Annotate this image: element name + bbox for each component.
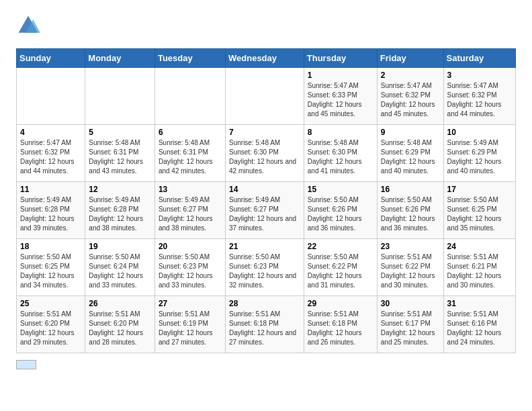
day-info: Sunrise: 5:49 AM Sunset: 6:28 PM Dayligh… [89, 195, 151, 233]
day-info: Sunrise: 5:50 AM Sunset: 6:23 PM Dayligh… [229, 253, 300, 290]
calendar-cell: 27Sunrise: 5:51 AM Sunset: 6:19 PM Dayli… [154, 296, 225, 353]
day-number: 2 [381, 71, 440, 80]
calendar-cell: 7Sunrise: 5:48 AM Sunset: 6:30 PM Daylig… [226, 125, 304, 182]
day-number: 7 [229, 128, 300, 137]
day-info: Sunrise: 5:49 AM Sunset: 6:28 PM Dayligh… [20, 195, 81, 233]
day-info: Sunrise: 5:50 AM Sunset: 6:26 PM Dayligh… [308, 195, 373, 233]
day-info: Sunrise: 5:51 AM Sunset: 6:20 PM Dayligh… [20, 310, 81, 347]
calendar-cell [154, 68, 225, 125]
day-info: Sunrise: 5:48 AM Sunset: 6:31 PM Dayligh… [89, 138, 151, 176]
week-row-3: 18Sunrise: 5:50 AM Sunset: 6:25 PM Dayli… [17, 239, 516, 296]
day-number: 14 [229, 185, 300, 194]
day-info: Sunrise: 5:47 AM Sunset: 6:32 PM Dayligh… [381, 81, 440, 119]
calendar-cell: 14Sunrise: 5:49 AM Sunset: 6:27 PM Dayli… [226, 182, 304, 239]
calendar-cell: 21Sunrise: 5:50 AM Sunset: 6:23 PM Dayli… [226, 239, 304, 296]
day-number: 23 [381, 242, 440, 251]
calendar-cell: 16Sunrise: 5:50 AM Sunset: 6:26 PM Dayli… [377, 182, 443, 239]
calendar-cell: 15Sunrise: 5:50 AM Sunset: 6:26 PM Dayli… [304, 182, 377, 239]
day-info: Sunrise: 5:48 AM Sunset: 6:31 PM Dayligh… [159, 138, 222, 176]
calendar-cell: 5Sunrise: 5:48 AM Sunset: 6:31 PM Daylig… [85, 125, 155, 182]
day-info: Sunrise: 5:49 AM Sunset: 6:27 PM Dayligh… [159, 195, 222, 233]
week-row-4: 25Sunrise: 5:51 AM Sunset: 6:20 PM Dayli… [17, 296, 516, 353]
header-day-saturday: Saturday [443, 49, 515, 68]
day-info: Sunrise: 5:48 AM Sunset: 6:30 PM Dayligh… [229, 138, 300, 176]
day-number: 22 [308, 242, 373, 251]
header-day-thursday: Thursday [304, 49, 377, 68]
header-day-friday: Friday [377, 49, 443, 68]
calendar-cell: 8Sunrise: 5:48 AM Sunset: 6:30 PM Daylig… [304, 125, 377, 182]
page-header [16, 13, 516, 38]
day-info: Sunrise: 5:51 AM Sunset: 6:16 PM Dayligh… [447, 310, 512, 347]
calendar-cell: 28Sunrise: 5:51 AM Sunset: 6:18 PM Dayli… [226, 296, 304, 353]
calendar-cell: 3Sunrise: 5:47 AM Sunset: 6:32 PM Daylig… [443, 68, 515, 125]
day-info: Sunrise: 5:50 AM Sunset: 6:22 PM Dayligh… [308, 253, 373, 290]
header-day-wednesday: Wednesday [226, 49, 304, 68]
calendar-cell: 25Sunrise: 5:51 AM Sunset: 6:20 PM Dayli… [17, 296, 85, 353]
header-day-sunday: Sunday [17, 49, 85, 68]
day-info: Sunrise: 5:51 AM Sunset: 6:18 PM Dayligh… [229, 310, 300, 347]
day-number: 5 [89, 128, 151, 137]
day-number: 11 [20, 185, 81, 194]
calendar-cell: 20Sunrise: 5:50 AM Sunset: 6:23 PM Dayli… [154, 239, 225, 296]
day-number: 3 [447, 71, 512, 80]
day-info: Sunrise: 5:49 AM Sunset: 6:27 PM Dayligh… [229, 195, 300, 233]
calendar-cell [85, 68, 155, 125]
calendar-cell: 19Sunrise: 5:50 AM Sunset: 6:24 PM Dayli… [85, 239, 155, 296]
day-number: 25 [20, 299, 81, 308]
day-number: 24 [447, 242, 512, 251]
day-info: Sunrise: 5:51 AM Sunset: 6:21 PM Dayligh… [447, 253, 512, 290]
calendar-cell: 31Sunrise: 5:51 AM Sunset: 6:16 PM Dayli… [443, 296, 515, 353]
calendar-cell: 4Sunrise: 5:47 AM Sunset: 6:32 PM Daylig… [17, 125, 85, 182]
day-info: Sunrise: 5:51 AM Sunset: 6:20 PM Dayligh… [89, 310, 151, 347]
day-number: 16 [381, 185, 440, 194]
header-day-tuesday: Tuesday [154, 49, 225, 68]
day-number: 20 [159, 242, 222, 251]
day-number: 19 [89, 242, 151, 251]
day-info: Sunrise: 5:47 AM Sunset: 6:33 PM Dayligh… [308, 81, 373, 119]
day-number: 9 [381, 128, 440, 137]
calendar-cell: 26Sunrise: 5:51 AM Sunset: 6:20 PM Dayli… [85, 296, 155, 353]
day-number: 28 [229, 299, 300, 308]
day-info: Sunrise: 5:51 AM Sunset: 6:17 PM Dayligh… [381, 310, 440, 347]
day-info: Sunrise: 5:51 AM Sunset: 6:19 PM Dayligh… [159, 310, 222, 347]
calendar-cell [226, 68, 304, 125]
calendar-cell: 17Sunrise: 5:50 AM Sunset: 6:25 PM Dayli… [443, 182, 515, 239]
calendar-cell: 13Sunrise: 5:49 AM Sunset: 6:27 PM Dayli… [154, 182, 225, 239]
calendar-body: 1Sunrise: 5:47 AM Sunset: 6:33 PM Daylig… [17, 68, 516, 353]
day-info: Sunrise: 5:47 AM Sunset: 6:32 PM Dayligh… [447, 81, 512, 119]
week-row-2: 11Sunrise: 5:49 AM Sunset: 6:28 PM Dayli… [17, 182, 516, 239]
day-info: Sunrise: 5:48 AM Sunset: 6:30 PM Dayligh… [308, 138, 373, 176]
day-info: Sunrise: 5:50 AM Sunset: 6:25 PM Dayligh… [447, 195, 512, 233]
calendar-cell: 30Sunrise: 5:51 AM Sunset: 6:17 PM Dayli… [377, 296, 443, 353]
day-number: 1 [308, 71, 373, 80]
calendar-cell: 22Sunrise: 5:50 AM Sunset: 6:22 PM Dayli… [304, 239, 377, 296]
calendar-cell: 10Sunrise: 5:49 AM Sunset: 6:29 PM Dayli… [443, 125, 515, 182]
calendar-header: SundayMondayTuesdayWednesdayThursdayFrid… [17, 49, 516, 68]
day-number: 29 [308, 299, 373, 308]
day-info: Sunrise: 5:49 AM Sunset: 6:29 PM Dayligh… [447, 138, 512, 176]
day-number: 4 [20, 128, 81, 137]
legend [16, 360, 516, 369]
week-row-1: 4Sunrise: 5:47 AM Sunset: 6:32 PM Daylig… [17, 125, 516, 182]
calendar-cell: 29Sunrise: 5:51 AM Sunset: 6:18 PM Dayli… [304, 296, 377, 353]
calendar-cell: 12Sunrise: 5:49 AM Sunset: 6:28 PM Dayli… [85, 182, 155, 239]
day-info: Sunrise: 5:50 AM Sunset: 6:26 PM Dayligh… [381, 195, 440, 233]
calendar-cell: 2Sunrise: 5:47 AM Sunset: 6:32 PM Daylig… [377, 68, 443, 125]
day-number: 8 [308, 128, 373, 137]
day-number: 15 [308, 185, 373, 194]
day-number: 26 [89, 299, 151, 308]
day-number: 12 [89, 185, 151, 194]
day-number: 13 [159, 185, 222, 194]
logo [16, 13, 44, 38]
calendar-cell: 23Sunrise: 5:51 AM Sunset: 6:22 PM Dayli… [377, 239, 443, 296]
legend-box [16, 360, 36, 369]
day-number: 10 [447, 128, 512, 137]
day-info: Sunrise: 5:51 AM Sunset: 6:18 PM Dayligh… [308, 310, 373, 347]
logo-icon [16, 13, 40, 38]
day-info: Sunrise: 5:50 AM Sunset: 6:24 PM Dayligh… [89, 253, 151, 290]
calendar-table: SundayMondayTuesdayWednesdayThursdayFrid… [16, 48, 516, 353]
day-number: 30 [381, 299, 440, 308]
day-info: Sunrise: 5:50 AM Sunset: 6:23 PM Dayligh… [159, 253, 222, 290]
day-info: Sunrise: 5:51 AM Sunset: 6:22 PM Dayligh… [381, 253, 440, 290]
calendar-cell: 1Sunrise: 5:47 AM Sunset: 6:33 PM Daylig… [304, 68, 377, 125]
